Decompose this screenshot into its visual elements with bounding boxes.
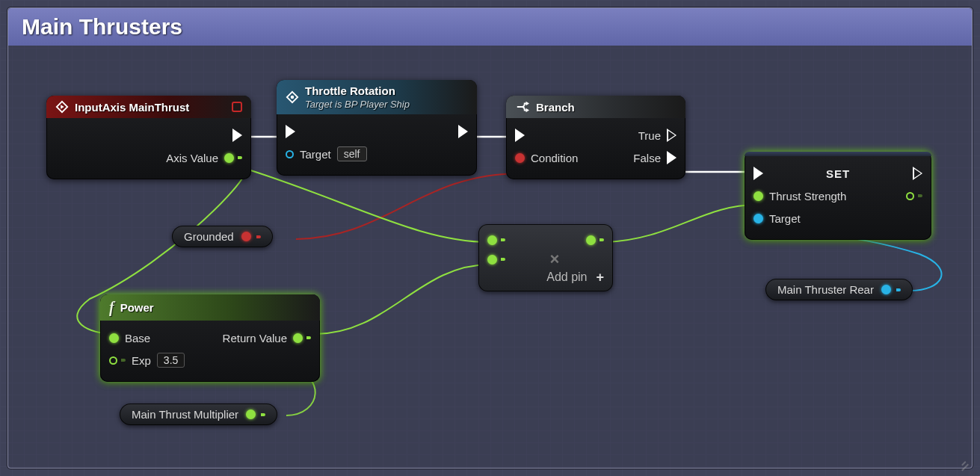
node-multiply[interactable]: × Add pin + <box>478 224 613 291</box>
node-header: Branch <box>506 96 685 118</box>
exp-label: Exp <box>132 354 151 367</box>
target-self-value[interactable]: self <box>337 146 367 161</box>
exec-true-pin[interactable] <box>667 129 677 142</box>
true-label: True <box>638 129 661 142</box>
false-label: False <box>633 152 661 164</box>
exp-pin[interactable] <box>109 356 117 365</box>
multiply-out-pin[interactable] <box>586 235 596 245</box>
multiply-b-pin[interactable] <box>487 255 497 265</box>
branch-icon <box>515 100 530 114</box>
node-header: Throttle Rotation Target is BP Player Sh… <box>277 80 477 114</box>
add-pin-button[interactable]: Add pin + <box>546 270 604 285</box>
target-label: Target <box>300 148 331 161</box>
add-pin-label: Add pin <box>546 271 587 284</box>
var-label: Grounded <box>184 230 234 243</box>
target-pin[interactable] <box>754 214 763 223</box>
base-label: Base <box>125 332 150 344</box>
thrust-strength-in-pin[interactable] <box>754 191 763 201</box>
axis-value-label: Axis Value <box>166 152 218 164</box>
return-value-pin[interactable] <box>293 333 303 343</box>
node-title: Power <box>120 301 154 314</box>
node-title: Throttle Rotation <box>305 84 395 97</box>
multiply-icon: × <box>550 250 560 268</box>
thruster-rear-out-pin[interactable] <box>881 285 891 294</box>
node-power[interactable]: f Power Base Return Value Exp 3.5 <box>100 294 320 382</box>
exec-in-pin[interactable] <box>286 125 295 138</box>
function-f-icon: f <box>109 299 114 316</box>
node-subtitle: Target is BP Player Ship <box>305 99 410 110</box>
set-title: SET <box>771 167 905 180</box>
node-input-axis-mainthrust[interactable]: InputAxis MainThrust Axis Value <box>46 96 251 179</box>
plus-icon: + <box>596 270 604 285</box>
node-header: InputAxis MainThrust <box>46 96 251 118</box>
event-icon <box>55 100 69 114</box>
grounded-out-pin[interactable] <box>241 232 251 241</box>
comment-title[interactable]: Main Thrusters <box>8 8 972 46</box>
exec-in-pin[interactable] <box>754 167 763 180</box>
node-header: f Power <box>100 294 320 321</box>
node-set-thrust-strength[interactable]: SET Thrust Strength Target <box>745 152 931 240</box>
function-icon <box>286 90 299 104</box>
target-label: Target <box>769 212 801 225</box>
condition-pin[interactable] <box>515 153 525 163</box>
return-value-label: Return Value <box>223 332 287 344</box>
exec-out-pin[interactable] <box>458 125 468 138</box>
exec-out-pin[interactable] <box>232 129 242 142</box>
exec-false-pin[interactable] <box>667 151 677 164</box>
exp-value-input[interactable]: 3.5 <box>157 353 185 368</box>
base-pin[interactable] <box>109 333 119 343</box>
var-main-thruster-rear[interactable]: Main Thruster Rear <box>765 279 913 300</box>
multiply-a-pin[interactable] <box>487 235 497 245</box>
thrust-strength-label: Thrust Strength <box>769 190 846 203</box>
condition-label: Condition <box>531 152 578 164</box>
delegate-pin-icon[interactable] <box>232 102 242 112</box>
node-title: InputAxis MainThrust <box>75 101 189 114</box>
exec-out-pin[interactable] <box>913 167 922 180</box>
var-label: Main Thruster Rear <box>777 283 874 296</box>
node-throttle-rotation[interactable]: Throttle Rotation Target is BP Player Sh… <box>277 80 477 176</box>
resize-handle-icon[interactable] <box>957 453 969 465</box>
node-branch[interactable]: Branch True Condition False <box>506 96 685 179</box>
target-pin[interactable] <box>286 150 294 158</box>
node-title: Branch <box>536 101 575 114</box>
var-label: Main Thrust Multiplier <box>132 408 238 421</box>
svg-point-0 <box>291 96 295 99</box>
var-main-thrust-multiplier[interactable]: Main Thrust Multiplier <box>120 404 277 425</box>
exec-in-pin[interactable] <box>515 129 525 142</box>
axis-value-pin[interactable] <box>224 153 234 163</box>
var-grounded[interactable]: Grounded <box>172 226 273 247</box>
thrust-mult-out-pin[interactable] <box>246 409 256 419</box>
thrust-strength-out-pin[interactable] <box>906 192 914 200</box>
